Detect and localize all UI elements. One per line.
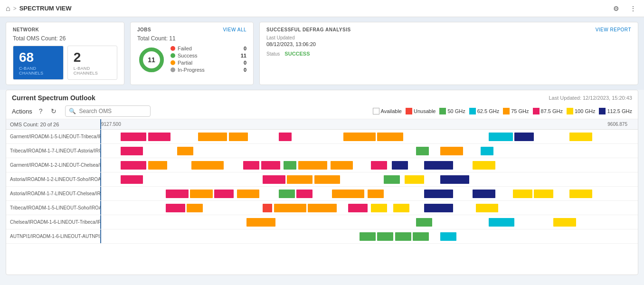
spectrum-block[interactable] xyxy=(261,161,281,170)
spectrum-block[interactable] xyxy=(413,232,429,241)
spectrum-block[interactable] xyxy=(424,190,453,198)
spectrum-block[interactable] xyxy=(284,161,296,170)
spectrum-block[interactable] xyxy=(263,204,272,212)
spectrum-block[interactable] xyxy=(489,133,513,141)
spectrum-block[interactable] xyxy=(481,147,493,155)
spectrum-block[interactable] xyxy=(371,204,387,212)
oms-row-viz xyxy=(101,158,638,172)
oms-row-viz xyxy=(101,144,638,158)
spectrum-block[interactable] xyxy=(166,204,185,212)
spectrum-block[interactable] xyxy=(569,133,592,141)
spectrum-block[interactable] xyxy=(308,204,337,212)
spectrum-block[interactable] xyxy=(166,190,189,198)
status-value: SUCCESS xyxy=(284,51,310,57)
spectrum-block[interactable] xyxy=(377,232,393,241)
spectrum-block[interactable] xyxy=(279,133,292,141)
oms-row-name: AUTNPI1/IROADM-1-6-LINEOUT-AUTNPI2/I... xyxy=(6,229,101,243)
spectrum-block[interactable] xyxy=(121,133,146,141)
spectrum-block[interactable] xyxy=(348,204,368,212)
spectrum-block[interactable] xyxy=(360,232,376,241)
spectrum-block[interactable] xyxy=(246,218,275,227)
spectrum-block[interactable] xyxy=(384,175,400,184)
settings-button[interactable]: ⚙ xyxy=(611,4,621,13)
spectrum-block[interactable] xyxy=(514,133,534,141)
spectrum-block[interactable] xyxy=(393,204,409,212)
spectrum-block[interactable] xyxy=(371,161,387,170)
jobs-legend: Failed 0 Success 11 Partial 0 In-Progres… xyxy=(170,46,246,74)
spectrum-block[interactable] xyxy=(274,204,306,212)
breadcrumb: ⌂ > SPECTRUM VIEW xyxy=(6,4,71,13)
spectrum-block[interactable] xyxy=(187,204,203,212)
spectrum-block[interactable] xyxy=(513,190,532,198)
spectrum-block[interactable] xyxy=(121,147,143,155)
oms-row[interactable]: Astoria/IROADM-1-2-LINEOUT-Soho/IROA... xyxy=(6,172,638,187)
spectrum-block[interactable] xyxy=(377,133,403,141)
spectrum-block[interactable] xyxy=(473,190,495,198)
spectrum-block[interactable] xyxy=(569,190,592,198)
spectrum-block[interactable] xyxy=(198,133,227,141)
spectrum-block[interactable] xyxy=(489,218,514,227)
status-label: Status xyxy=(266,51,280,57)
oms-row-viz xyxy=(101,187,638,200)
oms-row-name: Tribeca/IROADM-1-7-LINEOUT-Astoria/IRO..… xyxy=(6,144,101,158)
spectrum-block[interactable] xyxy=(191,161,224,170)
spectrum-block[interactable] xyxy=(534,190,553,198)
spectrum-block[interactable] xyxy=(424,204,453,212)
spectrum-title: Current Spectrum Outlook xyxy=(12,94,95,102)
view-all-link[interactable]: VIEW ALL xyxy=(223,27,246,32)
oms-row-name: Astoria/IROADM-1-7-LINEOUT-Chelsea/IRO..… xyxy=(6,187,101,200)
spectrum-block[interactable] xyxy=(190,190,213,198)
top-nav-actions: ⚙ ⋮ xyxy=(611,4,638,13)
spectrum-block[interactable] xyxy=(148,161,168,170)
help-button[interactable]: ? xyxy=(37,106,45,116)
oms-row[interactable]: Garment/IROADM-1-5-LINEOUT-Tribeca/IR... xyxy=(6,130,638,144)
spectrum-block[interactable] xyxy=(440,232,456,241)
spectrum-block[interactable] xyxy=(368,190,384,198)
spectrum-block[interactable] xyxy=(553,218,576,227)
legend-row-inprogress: In-Progress 0 xyxy=(170,67,246,73)
refresh-button[interactable]: ↻ xyxy=(49,106,58,116)
oms-row[interactable]: Tribeca/IROADM-1-5-LINEOUT-Soho/IROA... xyxy=(6,201,638,215)
spectrum-block[interactable] xyxy=(287,175,313,184)
spectrum-block[interactable] xyxy=(343,133,376,141)
spectrum-block[interactable] xyxy=(121,161,146,170)
oms-row[interactable]: Chelsea/IROADM-1-6-LINEOUT-Tribeca/IRO..… xyxy=(6,215,638,229)
spectrum-block[interactable] xyxy=(473,161,495,170)
spectrum-block[interactable] xyxy=(314,175,340,184)
spectrum-block[interactable] xyxy=(148,133,171,141)
oms-row-name: Garment/IROADM-1-2-LINEOUT-Chelsea/I... xyxy=(6,158,101,172)
oms-row[interactable]: AUTNPI1/IROADM-1-6-LINEOUT-AUTNPI2/I... xyxy=(6,229,638,244)
more-options-button[interactable]: ⋮ xyxy=(628,4,638,13)
actions-label: Actions xyxy=(12,108,32,115)
spectrum-block[interactable] xyxy=(476,204,499,212)
spectrum-block[interactable] xyxy=(440,175,469,184)
spectrum-block[interactable] xyxy=(243,161,259,170)
spectrum-block[interactable] xyxy=(331,161,353,170)
oms-row[interactable]: Astoria/IROADM-1-7-LINEOUT-Chelsea/IRO..… xyxy=(6,187,638,201)
spectrum-block[interactable] xyxy=(405,175,424,184)
search-input[interactable] xyxy=(65,105,151,117)
spectrum-block[interactable] xyxy=(416,147,429,155)
spectrum-block[interactable] xyxy=(440,147,463,155)
oms-row[interactable]: Garment/IROADM-1-2-LINEOUT-Chelsea/I... xyxy=(6,158,638,172)
spectrum-block[interactable] xyxy=(392,161,408,170)
view-report-link[interactable]: VIEW REPORT xyxy=(596,27,631,32)
spectrum-block[interactable] xyxy=(214,190,234,198)
oms-row-viz xyxy=(101,215,638,229)
spectrum-block[interactable] xyxy=(229,133,248,141)
spectrum-block[interactable] xyxy=(416,218,432,227)
oms-rows-container[interactable]: Garment/IROADM-1-5-LINEOUT-Tribeca/IR...… xyxy=(6,130,638,275)
spectrum-block[interactable] xyxy=(121,175,143,184)
spectrum-block[interactable] xyxy=(237,190,260,198)
spectrum-block[interactable] xyxy=(296,190,313,198)
spectrum-block[interactable] xyxy=(395,232,411,241)
spectrum-block[interactable] xyxy=(298,161,327,170)
spectrum-block[interactable] xyxy=(279,190,295,198)
home-icon[interactable]: ⌂ xyxy=(6,4,10,13)
legend-available: Available xyxy=(373,108,402,114)
spectrum-block[interactable] xyxy=(177,147,193,155)
oms-row[interactable]: Tribeca/IROADM-1-7-LINEOUT-Astoria/IRO..… xyxy=(6,144,638,158)
spectrum-block[interactable] xyxy=(332,190,364,198)
spectrum-block[interactable] xyxy=(424,161,453,170)
spectrum-block[interactable] xyxy=(263,175,285,184)
